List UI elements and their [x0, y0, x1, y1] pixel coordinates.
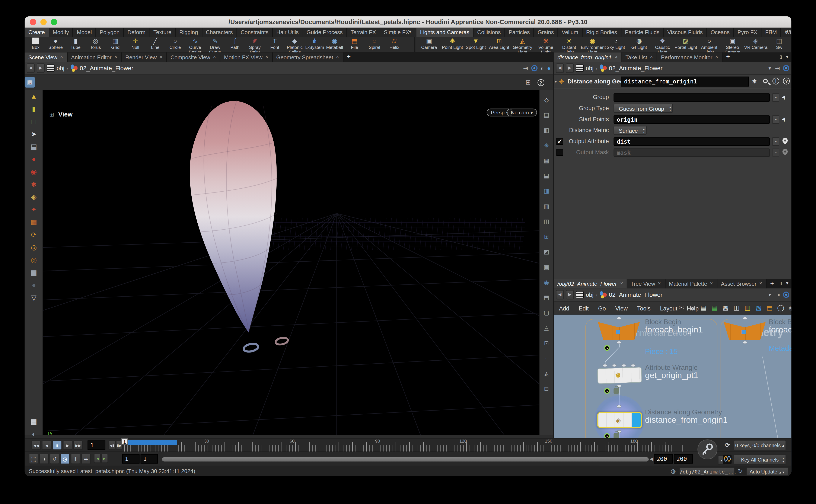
dropdown-icon[interactable]: ▼ — [772, 115, 779, 124]
set-key-button[interactable] — [698, 439, 717, 459]
new-pane-tab-button[interactable]: + — [723, 52, 734, 62]
shelf-tab[interactable]: Collisions — [474, 28, 505, 37]
shelf-tab[interactable]: Rigging — [176, 28, 202, 37]
select-arrow-icon[interactable]: ➤ — [780, 93, 788, 101]
shelf-tool[interactable]: ✛Null — [125, 37, 145, 52]
expand-icon[interactable]: ▼ — [768, 66, 772, 70]
close-icon[interactable]: ✕ — [336, 52, 339, 62]
shelf-tab[interactable]: Viscous Fluids — [664, 28, 707, 37]
shelf-tool[interactable]: ◈VR Camera — [744, 37, 767, 52]
pin-icon[interactable]: ⇥ — [775, 65, 780, 72]
display-option-icon[interactable]: ▢ — [540, 305, 553, 320]
shelf-tool[interactable]: ⋔L-System — [305, 37, 325, 52]
attribute-pin-icon[interactable] — [781, 137, 789, 144]
close-icon[interactable]: ✕ — [159, 52, 163, 62]
close-icon[interactable]: ✕ — [265, 52, 268, 62]
shelf-tab[interactable]: Vellum — [558, 28, 582, 37]
close-icon[interactable]: ✕ — [114, 52, 117, 62]
pane-tab[interactable]: distance_from_origin1✕ — [554, 52, 622, 62]
display-option-icon[interactable]: ▫ — [540, 351, 553, 366]
node-output-dot[interactable] — [617, 341, 621, 344]
node-distance-from-origin1[interactable]: ◈ — [597, 412, 642, 428]
tool-icon[interactable]: ▦ — [25, 216, 43, 229]
back-icon[interactable]: ◀ — [27, 63, 35, 73]
shelf-tab[interactable]: Guide Process — [303, 28, 347, 37]
shelf-tool[interactable]: ≋Helix — [384, 37, 404, 52]
pane-tab[interactable]: /obj/02_Animate_Flower✕ — [554, 279, 627, 288]
shelf-tool[interactable]: ◎Torus — [86, 37, 105, 52]
node-input-dot[interactable] — [612, 364, 617, 367]
tool-icon[interactable]: ➤ — [25, 128, 43, 141]
pane-menu-icon[interactable]: ▼ — [785, 55, 789, 59]
shelf-tab[interactable]: Terrain FX — [347, 28, 380, 37]
context-icon[interactable] — [576, 64, 584, 72]
shelf-tool[interactable]: ▦Grid — [105, 37, 125, 52]
shelf-tab[interactable]: Oceans — [707, 28, 734, 37]
node-input-dot[interactable] — [743, 317, 747, 320]
shelf-tab[interactable]: Hair Utils — [273, 28, 303, 37]
pin-icon[interactable]: ⇥ — [775, 291, 780, 298]
tool-icon[interactable]: ▦ — [25, 266, 43, 279]
range-end-sub-field[interactable]: 200 — [674, 454, 693, 463]
close-icon[interactable]: ✕ — [710, 279, 713, 288]
shelf-tab[interactable]: Constraints — [237, 28, 272, 37]
display-option-icon[interactable]: ◨ — [540, 184, 553, 199]
slider-arrow-icon[interactable]: ◀ — [650, 456, 653, 462]
playbar-option-icon[interactable]: ↺ — [50, 454, 59, 464]
menu-item[interactable]: Go — [598, 305, 606, 311]
menu-item[interactable]: Edit — [579, 305, 589, 311]
range-start-arrow-icon[interactable]: |◀ — [94, 454, 101, 463]
playbar-option-icon[interactable]: ◑ — [39, 454, 49, 464]
network-toolbar-icon[interactable]: ▦ — [711, 303, 718, 312]
network-toolbar-icon[interactable]: ◉ — [788, 303, 791, 312]
breadcrumb-node[interactable]: 02_Animate_Flower — [609, 291, 662, 298]
tool-icon[interactable]: ✱ — [25, 178, 43, 191]
tool-icon[interactable]: ◎ — [25, 241, 43, 254]
node-output-dot[interactable] — [743, 341, 747, 344]
pane-tab[interactable]: Performance Monitor✕ — [657, 52, 723, 62]
shelf-tab[interactable]: Characters — [202, 28, 237, 37]
current-frame-field[interactable]: 1 — [87, 440, 105, 450]
display-option-icon[interactable]: ◬ — [540, 320, 553, 336]
display-option-icon[interactable]: ▦ — [540, 153, 553, 168]
menu-item[interactable]: Layout — [660, 305, 677, 311]
close-icon[interactable]: ✕ — [759, 279, 762, 288]
pane-tab[interactable]: Composite View✕ — [167, 52, 220, 62]
output-mask-input[interactable]: mask — [613, 149, 770, 157]
shelf-tool[interactable]: ◔Sky Light — [604, 37, 627, 52]
follow-icon[interactable] — [783, 65, 789, 71]
attribute-pin-icon[interactable] — [781, 148, 789, 155]
context-icon[interactable] — [47, 64, 55, 72]
breadcrumb-node[interactable]: 02_Animate_Flower — [609, 65, 662, 71]
dropdown-icon[interactable]: ▼ — [772, 93, 779, 102]
shelf-tool[interactable]: ◌Spiral — [364, 37, 384, 52]
dropdown-icon[interactable]: ▼ — [772, 137, 779, 146]
gear-icon[interactable]: ✱ — [752, 78, 757, 85]
shelf-tab[interactable]: Model — [73, 28, 96, 37]
viewport-tool-icon[interactable]: ✱ — [25, 77, 35, 87]
transport-button[interactable]: ▶▶ — [73, 440, 83, 450]
help-icon[interactable]: ? — [535, 77, 546, 87]
pane-icon[interactable]: ▯ — [780, 281, 782, 286]
shelf-tab[interactable]: Texture — [150, 28, 176, 37]
transport-button[interactable]: ◀ — [42, 440, 51, 450]
dropdown-icon[interactable]: ▼ — [772, 149, 779, 157]
back-icon[interactable]: ◀ — [556, 63, 564, 73]
transport-button[interactable]: ▶ — [63, 440, 72, 450]
add-shelf-tab-button[interactable]: + — [766, 28, 777, 37]
network-toolbar-icon[interactable]: ✂ — [678, 303, 685, 312]
back-icon[interactable]: ◀ — [556, 290, 564, 299]
network-toolbar-icon[interactable]: ▥ — [744, 303, 752, 312]
pin-icon[interactable]: ⇥ — [523, 65, 528, 72]
pane-tab[interactable]: Geometry Spreadsheet✕ — [272, 52, 343, 62]
display-option-icon[interactable]: ◭ — [540, 366, 553, 381]
update-mode-dropdown[interactable]: Auto Update ▲▼ — [746, 467, 788, 476]
playbar-option-icon[interactable]: ⬚ — [29, 454, 38, 464]
pane-tab[interactable]: Scene View✕ — [25, 52, 67, 62]
close-icon[interactable]: ✕ — [614, 52, 618, 62]
network-toolbar-icon[interactable]: ▤ — [699, 303, 707, 312]
shelf-tool[interactable]: ○Circle — [165, 37, 185, 52]
transport-button[interactable]: ▮ — [52, 440, 62, 450]
node-input-dot[interactable] — [621, 364, 626, 367]
link-dot-icon[interactable]: ● — [547, 65, 551, 71]
